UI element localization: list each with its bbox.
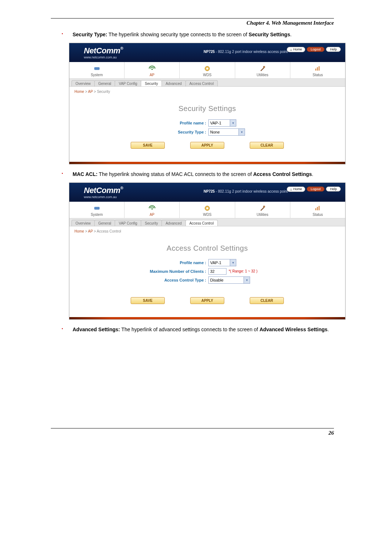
bullet-target: Advanced Wireless Settings (260, 327, 327, 332)
tab-security[interactable]: Security (141, 220, 162, 226)
clear-button[interactable]: CLEAR (250, 297, 284, 304)
breadcrumb: Home > AP > Security (69, 87, 345, 97)
tab-security[interactable]: Security (141, 80, 162, 86)
brand-url: www.netcomm.com.au (84, 195, 123, 199)
help-button[interactable]: Help (326, 186, 341, 192)
tab-access-control[interactable]: Access Control (185, 80, 218, 86)
max-clients-row: Maximum Number of Clients : *( Range: 1 … (77, 268, 338, 275)
brand-url: www.netcomm.com.au (84, 56, 123, 59)
bullet-tail: . (327, 327, 329, 332)
nav-ap[interactable]: AP (124, 202, 180, 218)
svg-rect-8 (94, 207, 99, 209)
clear-button[interactable]: CLEAR (250, 142, 284, 149)
tab-advanced[interactable]: Advanced (162, 220, 185, 226)
svg-point-1 (151, 69, 153, 70)
select-value: None (209, 130, 238, 134)
bullet-text: The hyperlink showing security type conn… (107, 32, 249, 37)
crumb-ap[interactable]: AP (88, 90, 93, 94)
access-control-type-label: Access Control Type : (123, 278, 208, 282)
nav-utilities[interactable]: Utilities (235, 202, 290, 218)
nav-system[interactable]: System (69, 202, 124, 218)
bullet-tail: . (290, 32, 291, 37)
product-title: NP725 - 802.11g 2 port indoor wireless a… (204, 189, 288, 193)
svg-rect-5 (315, 69, 317, 71)
chapter-rule (51, 18, 334, 19)
page-footer: 26 (51, 428, 334, 436)
crumb-sep: > (93, 90, 97, 94)
tab-access-control[interactable]: Access Control (185, 220, 218, 226)
main-nav: System AP WDS Utilities Status (69, 62, 345, 79)
profile-name-select[interactable]: VAP-1 ▾ (208, 119, 236, 127)
help-button[interactable]: Help (326, 47, 341, 52)
panel-footer-bar (69, 317, 345, 319)
save-button[interactable]: SAVE (131, 142, 165, 149)
bullet-text: The hyperlink of advanced settings conne… (120, 327, 260, 332)
nav-system[interactable]: System (69, 62, 124, 78)
nav-wds[interactable]: WDS (180, 202, 235, 218)
apply-button[interactable]: APPLY (190, 142, 224, 149)
wds-icon (180, 204, 234, 213)
profile-name-row: Profile name : VAP-1 ▾ (77, 119, 338, 127)
system-icon (69, 204, 124, 213)
crumb-home[interactable]: Home (74, 90, 84, 94)
security-settings-panel: NetComm® www.netcomm.com.au NP725 - 802.… (69, 43, 346, 164)
subtab-row: Overview General VAP Config Security Adv… (69, 218, 345, 226)
svg-rect-14 (317, 207, 318, 210)
nav-status[interactable]: Status (290, 202, 345, 218)
subtab-row: Overview General VAP Config Security Adv… (69, 79, 345, 87)
ap-icon (124, 64, 179, 73)
apply-button[interactable]: APPLY (190, 297, 224, 304)
nav-label: WDS (203, 213, 211, 217)
breadcrumb: Home > AP > Access Control (69, 226, 345, 236)
nav-utilities[interactable]: Utilities (235, 62, 290, 78)
tab-general[interactable]: General (94, 80, 115, 86)
save-button[interactable]: SAVE (131, 297, 165, 304)
brand-logo: NetComm® www.netcomm.com.au (84, 186, 123, 199)
brand-logo: NetComm® www.netcomm.com.au (84, 46, 123, 59)
tab-overview[interactable]: Overview (72, 80, 95, 86)
tab-vap-config[interactable]: VAP Config (115, 80, 141, 86)
access-control-type-row: Access Control Type : Disable ▾ (77, 276, 338, 284)
access-control-type-select[interactable]: Disable ▾ (208, 276, 250, 284)
crumb-current: Access Control (97, 229, 121, 233)
home-button[interactable]: Home (287, 47, 305, 52)
svg-rect-0 (94, 67, 99, 70)
tab-advanced[interactable]: Advanced (162, 80, 185, 86)
tab-overview[interactable]: Overview (72, 220, 95, 226)
product-model: NP725 (204, 189, 215, 193)
nav-label: Status (313, 213, 323, 217)
action-row: SAVE APPLY CLEAR (77, 138, 338, 154)
bullet-tail: . (312, 171, 313, 177)
nav-wds[interactable]: WDS (180, 62, 235, 78)
logout-button[interactable]: Logout (307, 186, 325, 192)
profile-name-select[interactable]: VAP-1 ▾ (208, 259, 236, 266)
crumb-ap[interactable]: AP (88, 229, 93, 233)
max-clients-input[interactable] (208, 268, 226, 275)
security-type-select[interactable]: None ▾ (208, 128, 245, 136)
home-button[interactable]: Home (287, 186, 305, 192)
nav-ap[interactable]: AP (124, 62, 180, 78)
max-clients-hint: *( Range: 1 ~ 32 ) (229, 269, 257, 273)
product-desc: - 802.11g 2 port indoor wireless access … (215, 50, 288, 54)
tab-general[interactable]: General (94, 220, 115, 226)
utilities-icon (235, 64, 290, 73)
chevron-down-icon: ▾ (238, 129, 245, 135)
nav-label: AP (150, 213, 154, 217)
svg-point-9 (151, 208, 153, 210)
nav-status[interactable]: Status (290, 62, 345, 78)
brand-name: NetComm (84, 46, 120, 55)
logout-button[interactable]: Logout (307, 47, 325, 52)
chevron-down-icon: ▾ (230, 259, 236, 266)
product-desc: - 802.11g 2 port indoor wireless access … (215, 189, 288, 193)
brand-name: NetComm (84, 186, 120, 195)
crumb-home[interactable]: Home (74, 229, 84, 233)
home-label: Home (293, 48, 302, 51)
top-buttons: Home Logout Help (287, 186, 341, 192)
panel-header: NetComm® www.netcomm.com.au NP725 - 802.… (69, 43, 345, 62)
crumb-sep: > (84, 90, 88, 94)
panel-footer-bar (69, 162, 345, 164)
tab-vap-config[interactable]: VAP Config (115, 220, 141, 226)
access-control-panel: NetComm® www.netcomm.com.au NP725 - 802.… (69, 182, 346, 320)
svg-point-11 (206, 207, 208, 209)
nav-label: System (91, 213, 103, 217)
